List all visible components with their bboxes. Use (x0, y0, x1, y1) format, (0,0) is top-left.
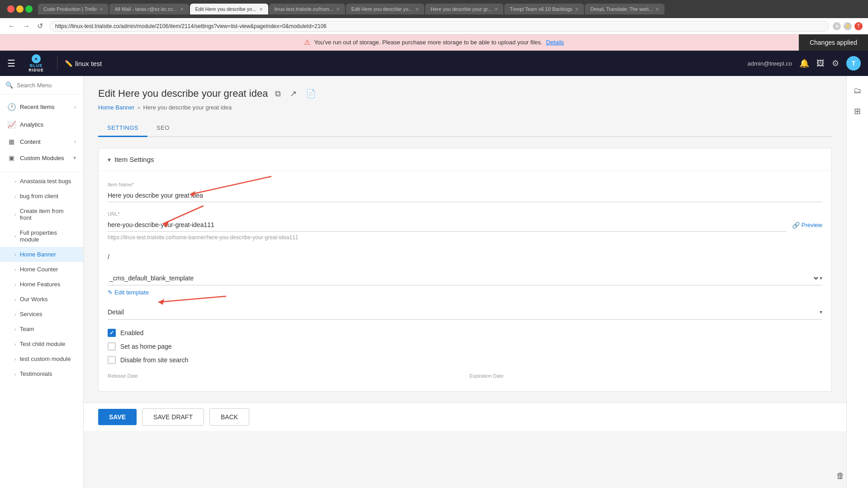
save-draft-button[interactable]: SAVE DRAFT (142, 408, 204, 426)
alert-link[interactable]: Details (546, 39, 564, 46)
custom-modules-arrow: ▾ (73, 155, 76, 161)
tab3-label: Edit Here you describe yo... (195, 6, 256, 12)
back-button[interactable]: BACK (209, 408, 249, 426)
browser-tab-5[interactable]: Edit Here you describe yo... ✕ (346, 4, 424, 14)
content-and-right: Edit Here you describe your great idea ⧉… (84, 76, 868, 488)
submenu-home-counter[interactable]: › Home Counter (0, 262, 83, 277)
hamburger-button[interactable]: ☰ (7, 58, 15, 69)
detail-arrow: ▾ (820, 309, 822, 315)
submenu-test-child[interactable]: › Test child module (0, 336, 83, 351)
window-controls[interactable] (4, 5, 36, 13)
close-btn[interactable] (7, 5, 14, 13)
tab5-close[interactable]: ✕ (415, 7, 419, 12)
tab-settings[interactable]: SETTINGS (98, 120, 147, 137)
template-select[interactable]: _cms_default_blank_template (108, 274, 820, 282)
submenu-team[interactable]: › Team (0, 322, 83, 336)
right-panel-grid-btn[interactable]: ⊞ (851, 104, 863, 119)
submenu-create-item[interactable]: › Create item from front (0, 204, 83, 225)
maximize-btn[interactable] (25, 5, 33, 13)
submenu-full-properties[interactable]: › Full properties module (0, 225, 83, 247)
main-area: 🔍 🕐 Recent Items › 📈 Analytics ▦ Content (0, 76, 868, 488)
custom-modules-icon: ▣ (7, 154, 15, 161)
url-input[interactable] (108, 218, 787, 232)
profile-icon[interactable]: T (854, 22, 863, 30)
external-link-button[interactable]: ↗ (288, 87, 299, 100)
browser-tab-3[interactable]: Edit Here you describe yo... ✕ (190, 4, 268, 14)
submenu-home-counter-label: Home Counter (20, 266, 58, 273)
tab8-label: DeepL Translate: The worl... (590, 6, 653, 12)
item-name-input[interactable] (108, 189, 822, 202)
sidebar-item-recent[interactable]: 🕐 Recent Items › (0, 98, 83, 116)
site-name-area: ✏️ linux test (65, 60, 102, 67)
sidebar-item-analytics[interactable]: 📈 Analytics (0, 116, 83, 133)
submenu-full-label: Full properties module (20, 229, 76, 243)
submenu-our-works[interactable]: › Our Works (0, 292, 83, 307)
tab6-close[interactable]: ✕ (494, 7, 498, 12)
browser-tab-2[interactable]: All Mail - taras.r@ez-bc.cc... ✕ (109, 4, 189, 14)
submenu-services-label: Services (20, 311, 43, 317)
tab1-close[interactable]: ✕ (100, 7, 103, 12)
item-name-group: Item Name* (108, 182, 822, 202)
address-input[interactable] (49, 21, 829, 32)
reload-button[interactable]: ↺ (34, 21, 46, 31)
tab3-close[interactable]: ✕ (259, 7, 263, 12)
ext-icon[interactable]: ⚡ (844, 22, 852, 30)
checkbox-enabled-box[interactable]: ✓ (108, 329, 116, 337)
checkbox-enabled[interactable]: ✓ Enabled (108, 329, 822, 337)
bell-button[interactable]: 🔔 (799, 58, 809, 68)
preview-icon: 🔗 (792, 222, 800, 229)
sidebar-item-custom-modules[interactable]: ▣ Custom Modules ▾ (0, 150, 83, 166)
breadcrumb-parent[interactable]: Home Banner (98, 104, 134, 111)
bookmark-icon[interactable]: ★ (833, 22, 841, 30)
tab4-close[interactable]: ✕ (336, 7, 340, 12)
sidebar-item-content[interactable]: ▦ Content › (0, 133, 83, 150)
form-card-header[interactable]: ▾ Item Settings (99, 148, 831, 171)
browser-tab-8[interactable]: DeepL Translate: The worl... ✕ (585, 4, 664, 14)
gear-button[interactable]: ⚙ (832, 58, 839, 68)
browser-tab-4[interactable]: linux-test.trialsite.co/hom... ✕ (269, 4, 345, 14)
save-button[interactable]: SAVE (98, 409, 137, 425)
file-icon-button[interactable]: 📄 (304, 87, 318, 100)
submenu-testimonials[interactable]: › Testimonials (0, 366, 83, 381)
content-inner: Edit Here you describe your great idea ⧉… (84, 76, 846, 403)
sidebar-item-analytics-label: Analytics (20, 121, 76, 128)
browser-tab-6[interactable]: Here you describe your gr... ✕ (425, 4, 503, 14)
our-works-arrow: › (14, 297, 16, 302)
submenu-anastasia-label: Anastasia test bugs (20, 178, 71, 185)
form-card-body: Item Name* URL* (99, 171, 831, 391)
forward-button[interactable]: → (20, 21, 33, 31)
back-button[interactable]: ← (5, 21, 18, 31)
submenu-home-features[interactable]: › Home Features (0, 277, 83, 292)
image-button[interactable]: 🖼 (816, 59, 825, 68)
user-avatar[interactable]: T (846, 56, 861, 71)
preview-button[interactable]: 🔗 Preview (792, 222, 822, 229)
footer-actions: SAVE SAVE DRAFT BACK (84, 403, 846, 431)
browser-tab-1[interactable]: Code Production | Trello ✕ (38, 4, 109, 14)
url-row: 🔗 Preview (108, 218, 822, 232)
submenu-anastasia[interactable]: › Anastasia test bugs (0, 174, 83, 189)
url-input-wrap (108, 218, 787, 232)
tab7-close[interactable]: ✕ (575, 7, 579, 12)
edit-template-button[interactable]: ✎ Edit template (108, 289, 149, 296)
tab2-close[interactable]: ✕ (180, 7, 184, 12)
nav-divider (57, 56, 57, 71)
trash-button[interactable]: 🗑 (836, 471, 844, 481)
submenu-home-banner[interactable]: › Home Banner (0, 247, 83, 262)
tab8-close[interactable]: ✕ (655, 7, 659, 12)
grid-view-icon: ⊞ (854, 107, 861, 116)
browser-tab-7[interactable]: Treepl Team v6.10 Backlogs ✕ (504, 4, 584, 14)
tab-seo[interactable]: SEO (147, 120, 179, 137)
copy-icon-button[interactable]: ⧉ (273, 87, 283, 100)
checkbox-homepage-box[interactable] (108, 342, 116, 351)
checkbox-disable-search-box[interactable] (108, 356, 116, 364)
checkbox-disable-search[interactable]: Disable from site search (108, 356, 822, 364)
search-input[interactable] (17, 82, 78, 89)
submenu-our-works-label: Our Works (20, 296, 48, 303)
submenu-test-custom[interactable]: › test custom module (0, 351, 83, 366)
checkbox-homepage[interactable]: Set as home page (108, 342, 822, 351)
submenu-services[interactable]: › Services (0, 307, 83, 322)
submenu-bug-from-client[interactable]: › bug from client (0, 189, 83, 204)
right-panel-list-btn[interactable]: 🗂 (851, 83, 864, 98)
minimize-btn[interactable] (16, 5, 24, 13)
url-group: URL* 🔗 Preview (108, 211, 822, 241)
